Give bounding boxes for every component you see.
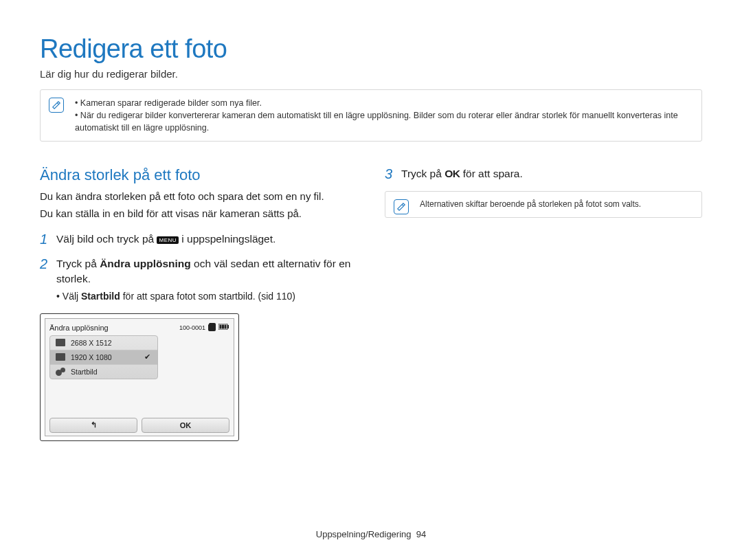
resolution-option: Startbild xyxy=(50,365,157,379)
menu-chip-icon: MENU xyxy=(157,236,179,244)
right-note-box: Alternativen skiftar beroende på storlek… xyxy=(385,191,702,217)
footer-page-number: 94 xyxy=(416,529,426,539)
step-text: i uppspelningsläget. xyxy=(179,233,276,245)
note-bullet: Kameran sparar redigerade bilder som nya… xyxy=(75,97,692,109)
step-3: 3 Tryck på OK för att spara. xyxy=(385,166,702,181)
resolution-option-selected: 1920 X 1080 xyxy=(50,350,157,365)
battery-icon xyxy=(218,324,229,331)
svg-rect-3 xyxy=(222,325,224,329)
top-note-box: Kameran sparar redigerade bilder som nya… xyxy=(40,89,702,142)
option-label: Startbild xyxy=(71,368,98,376)
camera-screen-illustration: Ändra upplösning 100-0001 xyxy=(40,313,239,441)
step-text: Tryck på xyxy=(56,258,100,269)
note-icon xyxy=(49,98,64,113)
svg-rect-4 xyxy=(225,325,227,329)
resolution-icon xyxy=(56,353,65,361)
step-text-bold: Ändra upplösning xyxy=(100,258,191,269)
section-title: Ändra storlek på ett foto xyxy=(40,166,357,184)
start-image-icon xyxy=(56,368,65,376)
footer-section: Uppspelning/Redigering xyxy=(316,529,412,539)
step-text: för att spara. xyxy=(460,168,522,179)
step-number: 2 xyxy=(40,256,49,304)
step-text: Tryck på xyxy=(401,168,445,179)
step-text: Välj bild och tryck på xyxy=(56,233,157,245)
option-label: 2688 X 1512 xyxy=(71,339,112,347)
sd-card-icon xyxy=(208,323,216,333)
left-column: Ändra storlek på ett foto Du kan ändra s… xyxy=(40,166,357,440)
page-title: Redigera ett foto xyxy=(40,34,702,64)
camera-ok-button: OK xyxy=(142,418,229,433)
note-bullet: När du redigerar bilder konvertererar ka… xyxy=(75,109,692,134)
paragraph: Du kan ställa in en bild för att visas n… xyxy=(40,207,357,221)
resolution-option: 2688 X 1512 xyxy=(50,336,157,350)
right-column: 3 Tryck på OK för att spara. Alternative… xyxy=(385,166,702,440)
step-number: 1 xyxy=(40,232,49,247)
step-1: 1 Välj bild och tryck på MENU i uppspeln… xyxy=(40,232,357,247)
svg-rect-1 xyxy=(227,325,229,328)
camera-back-button: ↰ xyxy=(49,418,137,433)
step-2: 2 Tryck på Ändra upplösning och väl seda… xyxy=(40,256,357,304)
step-sub-bullet: Välj Startbild för att spara fotot som s… xyxy=(56,290,357,304)
camera-counter: 100-0001 xyxy=(179,324,205,331)
step-number: 3 xyxy=(385,166,394,181)
note-icon xyxy=(394,199,409,214)
ok-inline-icon: OK xyxy=(445,168,460,179)
note-text: Alternativen skiftar beroende på storlek… xyxy=(420,199,641,209)
resolution-icon xyxy=(56,339,65,346)
page-footer: Uppspelning/Redigering 94 xyxy=(0,529,742,539)
camera-header-title: Ändra upplösning xyxy=(49,324,109,332)
paragraph: Du kan ändra storleken på ett foto och s… xyxy=(40,190,357,203)
option-label: 1920 X 1080 xyxy=(71,353,112,361)
resolution-options-panel: 2688 X 1512 1920 X 1080 Startbild xyxy=(49,335,158,379)
svg-rect-2 xyxy=(220,325,222,329)
page-subtitle: Lär dig hur du redigerar bilder. xyxy=(40,68,702,80)
